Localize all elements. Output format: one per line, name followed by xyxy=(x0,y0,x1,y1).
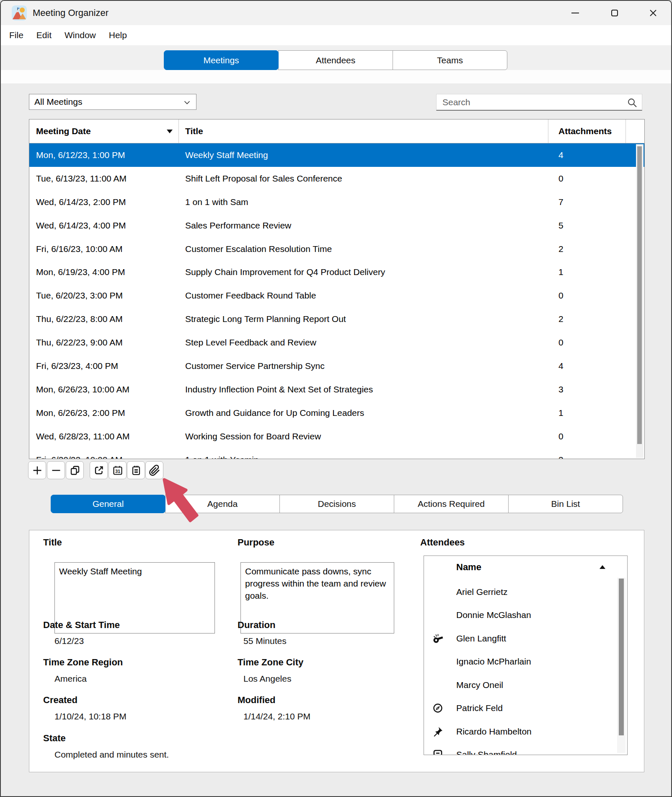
table-row[interactable]: Fri, 6/30/23, 10:00 AM1 on 1 with Yasmin… xyxy=(29,448,644,459)
cell-meeting-date: Tue, 6/13/23, 11:00 AM xyxy=(29,174,178,184)
cell-meeting-date: Wed, 6/28/23, 11:00 AM xyxy=(29,431,178,441)
table-row[interactable]: Wed, 6/14/23, 4:00 PMSales Performance R… xyxy=(29,214,644,237)
cell-attachments: 0 xyxy=(548,291,644,301)
header-divider xyxy=(625,119,626,143)
minimize-button[interactable] xyxy=(563,1,587,25)
no-icon xyxy=(432,680,443,691)
menu-item-help[interactable]: Help xyxy=(109,30,127,40)
calendar-button[interactable]: 31 xyxy=(109,461,127,479)
svg-text:31: 31 xyxy=(115,469,120,474)
detail-panel: Title Weekly Staff Meeting Purpose Commu… xyxy=(29,530,644,772)
content-divider-band xyxy=(1,70,671,83)
state-label: State xyxy=(43,733,66,744)
cell-title: 1 on 1 with Sam xyxy=(178,197,548,207)
table-row[interactable]: Thu, 6/22/23, 8:00 AMStrategic Long Term… xyxy=(29,307,644,331)
cell-attachments: 1 xyxy=(548,408,644,418)
attendee-name: Ricardo Hambelton xyxy=(456,727,532,737)
close-icon xyxy=(649,9,657,17)
detail-tab-agenda[interactable]: Agenda xyxy=(165,495,280,513)
table-row[interactable]: Tue, 6/20/23, 3:00 PMCustomer Feedback R… xyxy=(29,284,644,307)
attendees-rows: Ariel GerrietzDonnie McGlashanGlen Langf… xyxy=(424,580,615,755)
table-scrollbar[interactable] xyxy=(636,144,644,458)
cell-title: Working Session for Board Review xyxy=(178,431,548,441)
table-row[interactable]: Mon, 6/26/23, 10:00 AMIndustry Inflectio… xyxy=(29,378,644,401)
maximize-button[interactable] xyxy=(603,1,626,25)
date-start-value: 6/12/23 xyxy=(54,636,84,646)
attendees-header: Name xyxy=(424,556,627,579)
open-external-button[interactable] xyxy=(90,461,108,479)
remove-button[interactable] xyxy=(47,461,65,479)
attendees-list: Name Ariel GerrietzDonnie McGlashanGlen … xyxy=(424,556,628,755)
attendee-row[interactable]: Glen Langfitt xyxy=(424,627,615,650)
attendee-name: Patrick Feld xyxy=(456,703,503,713)
column-header-title[interactable]: Title xyxy=(178,126,548,136)
meetings-filter-dropdown[interactable]: All Meetings xyxy=(29,94,196,110)
tz-city-label: Time Zone City xyxy=(238,657,303,668)
meetings-table: Meeting Date Title Attachments Mon, 6/12… xyxy=(29,119,645,459)
scrollbar-thumb[interactable] xyxy=(637,146,642,444)
cell-title: Shift Left Proposal for Sales Conference xyxy=(178,174,548,184)
minimize-icon xyxy=(571,13,579,13)
title-field-value: Weekly Staff Meeting xyxy=(59,566,142,576)
state-value: Completed and minutes sent. xyxy=(54,750,169,760)
detail-tab-decisions[interactable]: Decisions xyxy=(279,495,394,513)
attendee-name: Ignacio McPharlain xyxy=(456,657,531,667)
tab-teams[interactable]: Teams xyxy=(393,50,507,70)
menu-item-window[interactable]: Window xyxy=(65,30,96,40)
table-row[interactable]: Fri, 6/16/23, 10:00 AMCustomer Escalatio… xyxy=(29,237,644,261)
detail-tab-bin-list[interactable]: Bin List xyxy=(508,495,623,513)
cell-attachments: 0 xyxy=(548,174,644,184)
search-input[interactable] xyxy=(437,94,642,110)
table-row[interactable]: Mon, 6/12/23, 1:00 PMWeekly Staff Meetin… xyxy=(29,143,644,167)
detail-tab-actions-required[interactable]: Actions Required xyxy=(394,495,509,513)
attendee-name: Sally Shamfield xyxy=(456,750,517,755)
menu-item-edit[interactable]: Edit xyxy=(36,30,52,40)
attendee-row[interactable]: Ignacio McPharlain xyxy=(424,650,615,674)
menu-item-file[interactable]: File xyxy=(9,30,23,40)
cell-meeting-date: Mon, 6/26/23, 2:00 PM xyxy=(29,408,178,418)
attendee-row[interactable]: Donnie McGlashan xyxy=(424,604,615,627)
cell-attachments: 2 xyxy=(548,244,644,254)
attendee-row[interactable]: Ricardo Hambelton xyxy=(424,720,615,743)
scrollbar-thumb[interactable] xyxy=(619,579,624,735)
table-row[interactable]: Wed, 6/28/23, 11:00 AMWorking Session fo… xyxy=(29,425,644,448)
column-header-attachments[interactable]: Attachments xyxy=(548,126,644,136)
cell-attachments: 2 xyxy=(548,314,644,324)
purpose-label: Purpose xyxy=(238,537,274,548)
add-button[interactable] xyxy=(28,461,46,479)
paperclip-icon xyxy=(149,465,160,476)
tab-meetings[interactable]: Meetings xyxy=(164,50,279,70)
tab-attendees[interactable]: Attendees xyxy=(278,50,393,70)
attendees-scrollbar[interactable] xyxy=(617,578,625,753)
header-divider xyxy=(178,119,179,143)
attendee-name: Ariel Gerrietz xyxy=(456,587,508,597)
table-row[interactable]: Mon, 6/26/23, 2:00 PMGrowth and Guidance… xyxy=(29,401,644,425)
detail-tab-general[interactable]: General xyxy=(51,495,165,513)
cell-attachments: 4 xyxy=(548,150,644,160)
cell-title: 1 on 1 with Yasmin xyxy=(178,455,548,459)
column-header-meeting-date[interactable]: Meeting Date xyxy=(29,126,178,136)
purpose-field-value: Communicate pass downs, sync progress wi… xyxy=(245,566,386,600)
attachments-button[interactable] xyxy=(145,461,163,479)
attendee-row[interactable]: Ariel Gerrietz xyxy=(424,580,615,604)
table-row[interactable]: Mon, 6/19/23, 4:00 PMSupply Chain Improv… xyxy=(29,260,644,284)
cell-attachments: 3 xyxy=(548,455,644,459)
table-row[interactable]: Thu, 6/22/23, 9:00 AMStep Level Feedback… xyxy=(29,331,644,354)
table-row[interactable]: Wed, 6/14/23, 2:00 PM1 on 1 with Sam7 xyxy=(29,190,644,214)
column-header-name[interactable]: Name xyxy=(456,562,481,573)
table-row[interactable]: Tue, 6/13/23, 11:00 AMShift Left Proposa… xyxy=(29,167,644,190)
close-button[interactable] xyxy=(641,1,665,25)
attendee-row[interactable]: Patrick Feld xyxy=(424,697,615,720)
magnifier-icon[interactable] xyxy=(627,97,638,108)
cell-attachments: 0 xyxy=(548,337,644,348)
attendee-row[interactable]: Marcy Oneil xyxy=(424,673,615,697)
attendee-name: Marcy Oneil xyxy=(456,680,503,690)
cell-meeting-date: Tue, 6/20/23, 3:00 PM xyxy=(29,291,178,301)
no-icon xyxy=(432,610,443,620)
duplicate-button[interactable] xyxy=(66,461,84,479)
table-row[interactable]: Fri, 6/23/23, 4:00 PMCustomer Service Pa… xyxy=(29,354,644,378)
notes-button[interactable] xyxy=(127,461,145,479)
open-external-icon xyxy=(93,465,104,476)
attendee-row[interactable]: Sally Shamfield xyxy=(424,743,615,755)
compass-icon xyxy=(432,703,443,714)
